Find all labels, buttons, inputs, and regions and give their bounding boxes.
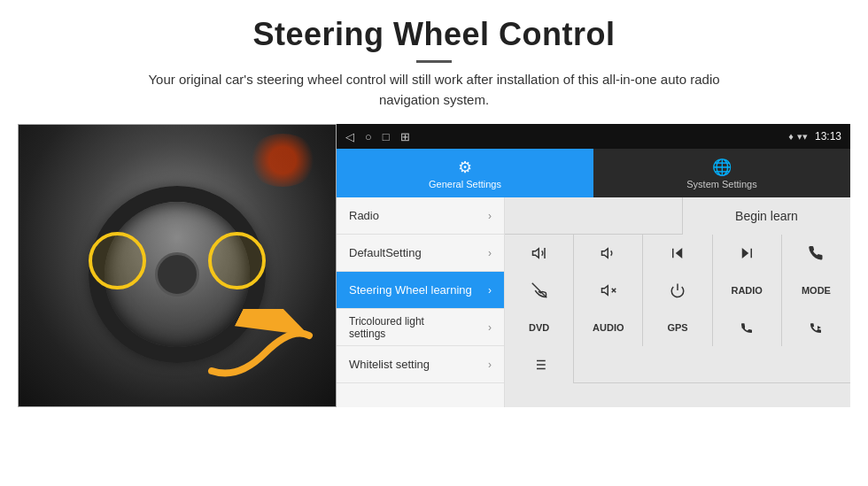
menu-default-label: DefaultSetting (349, 246, 422, 259)
begin-learn-button[interactable]: Begin learn (682, 197, 850, 235)
menu-control-area: Radio › DefaultSetting › Steering Wheel … (337, 197, 850, 407)
phone-icon (808, 245, 824, 261)
header-section: Steering Wheel Control Your original car… (0, 0, 868, 117)
power-icon (670, 282, 686, 298)
svg-marker-1 (532, 249, 539, 258)
nav-buttons: ◁ ○ □ ⊞ (345, 130, 410, 143)
hang-up-button[interactable] (505, 272, 574, 309)
nav-menu-icon[interactable]: ⊞ (400, 130, 410, 143)
steering-wheel-center (155, 252, 199, 297)
status-right: ♦ ▾▾ 13:13 (788, 130, 841, 143)
control-row-1: Begin learn (505, 197, 850, 235)
menu-item-steering[interactable]: Steering Wheel learning › (337, 272, 504, 309)
steering-image (18, 124, 337, 407)
highlight-circle-right (208, 232, 266, 289)
menu-whitelist-label: Whitelist setting (349, 358, 430, 371)
tab-system-settings[interactable]: 🌐 System Settings (593, 149, 850, 197)
arrow-container (203, 309, 318, 389)
prev-track-button[interactable] (643, 235, 712, 272)
general-settings-icon: ⚙ (458, 158, 472, 177)
phone-button[interactable] (782, 235, 850, 272)
chevron-icon-radio: › (488, 210, 492, 222)
empty-row5 (574, 346, 850, 382)
chevron-icon-tricoloured: › (488, 321, 492, 334)
right-control-panel: Begin learn (505, 197, 850, 407)
phone-next-button[interactable] (782, 309, 850, 346)
svg-marker-14 (818, 326, 821, 329)
phone-prev-button[interactable] (713, 309, 782, 346)
android-panel: ◁ ○ □ ⊞ ♦ ▾▾ 13:13 ⚙ General Settings (337, 124, 850, 407)
mute-icon (601, 282, 616, 298)
menu-item-whitelist[interactable]: Whitelist setting › (337, 346, 504, 383)
svg-marker-9 (601, 286, 608, 296)
control-row-4: DVD AUDIO GPS (505, 309, 850, 346)
tab-general-settings[interactable]: ⚙ General Settings (337, 149, 593, 197)
menu-tricoloured-label: Tricoloured lightsettings (349, 315, 424, 340)
subtitle: Your original car's steering wheel contr… (124, 70, 744, 110)
prev-track-icon (670, 245, 686, 261)
list-icon-button[interactable] (505, 346, 574, 383)
nav-back-icon[interactable]: ◁ (345, 130, 354, 143)
menu-steering-label: Steering Wheel learning (349, 283, 472, 297)
menu-item-radio[interactable]: Radio › (337, 197, 504, 235)
nav-square-icon[interactable]: □ (383, 130, 390, 143)
page-title: Steering Wheel Control (18, 16, 850, 53)
audio-button[interactable]: AUDIO (574, 309, 643, 346)
control-row-2 (505, 235, 850, 272)
volume-down-button[interactable] (574, 235, 643, 272)
page-container: Steering Wheel Control Your original car… (0, 0, 868, 486)
svg-marker-4 (676, 248, 683, 258)
power-button[interactable] (643, 272, 712, 309)
volume-down-icon (601, 245, 616, 261)
status-bar: ◁ ○ □ ⊞ ♦ ▾▾ 13:13 (337, 124, 850, 149)
list-icon (531, 357, 547, 373)
system-settings-icon: 🌐 (712, 158, 732, 177)
tab-bar: ⚙ General Settings 🌐 System Settings (337, 149, 850, 197)
mode-button[interactable]: MODE (782, 272, 850, 309)
highlight-circle-left (89, 232, 146, 289)
left-menu: Radio › DefaultSetting › Steering Wheel … (337, 197, 505, 407)
control-row-3: RADIO MODE (505, 272, 850, 309)
dvd-button[interactable]: DVD (505, 309, 574, 346)
chevron-icon-whitelist: › (488, 359, 492, 371)
content-area: ◁ ○ □ ⊞ ♦ ▾▾ 13:13 ⚙ General Settings (0, 117, 868, 486)
steering-bg (19, 125, 336, 406)
mute-button[interactable] (574, 272, 643, 309)
gps-icon: ♦ (788, 131, 794, 142)
tab-general-label: General Settings (429, 179, 501, 189)
menu-radio-label: Radio (349, 209, 379, 222)
menu-item-tricoloured[interactable]: Tricoloured lightsettings › (337, 309, 504, 346)
phone-prev-icon (740, 320, 754, 335)
title-divider (416, 60, 452, 63)
svg-marker-6 (742, 248, 749, 258)
hang-up-icon (531, 282, 547, 298)
control-row-5 (505, 346, 850, 383)
nav-home-icon[interactable]: ○ (365, 130, 372, 143)
arrow-icon (203, 309, 318, 389)
tab-system-label: System Settings (686, 179, 756, 189)
signal-icon: ▾▾ (797, 131, 808, 143)
gps-button[interactable]: GPS (643, 309, 712, 346)
phone-next-icon (809, 320, 823, 335)
chevron-icon-steering: › (488, 284, 492, 297)
next-track-button[interactable] (713, 235, 782, 272)
radio-button[interactable]: RADIO (713, 272, 782, 309)
next-track-icon (739, 245, 755, 261)
volume-up-icon (531, 245, 547, 261)
svg-marker-3 (601, 249, 608, 258)
chevron-icon-default: › (488, 247, 492, 259)
dashboard-glow (247, 134, 318, 187)
menu-item-default[interactable]: DefaultSetting › (337, 235, 504, 272)
volume-up-button[interactable] (505, 235, 574, 272)
time-display: 13:13 (815, 130, 841, 143)
